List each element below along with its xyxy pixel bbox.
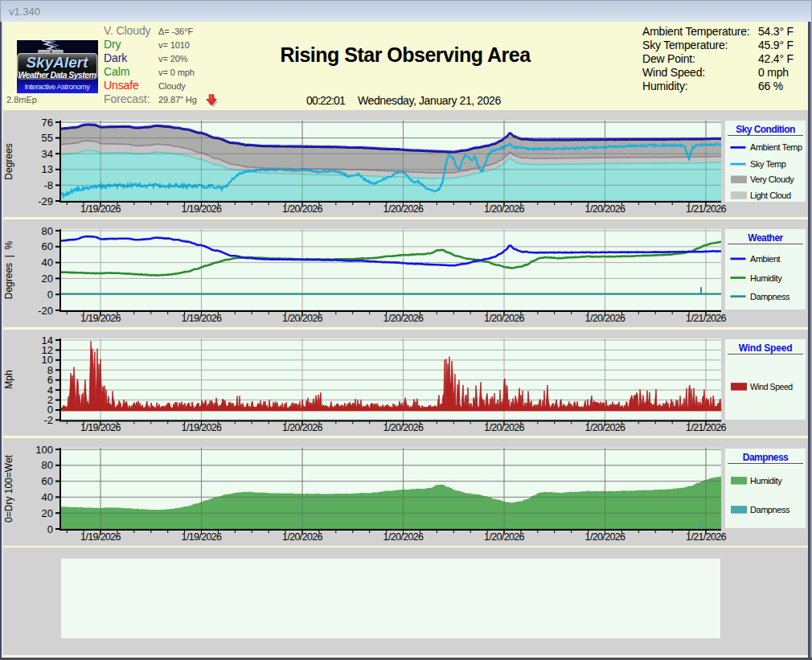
svg-text:Weather Data System: Weather Data System [18, 70, 96, 80]
svg-text:1/19/2026: 1/19/2026 [80, 203, 121, 215]
svg-text:34: 34 [42, 148, 53, 160]
svg-text:1/20/2026: 1/20/2026 [484, 313, 524, 324]
svg-text:1/20/2026: 1/20/2026 [585, 203, 625, 215]
svg-text:1/20/2026: 1/20/2026 [282, 531, 322, 543]
svg-text:Dampness: Dampness [750, 505, 790, 514]
svg-text:55: 55 [42, 132, 53, 144]
svg-text:Interactive Astronomy: Interactive Astronomy [25, 82, 91, 91]
svg-text:20: 20 [42, 507, 53, 519]
svg-text:0: 0 [47, 523, 53, 535]
svg-text:Degrees | %: Degrees | % [3, 240, 14, 299]
svg-text:13: 13 [42, 163, 53, 175]
svg-text:-29: -29 [38, 195, 53, 207]
svg-text:1/20/2026: 1/20/2026 [484, 422, 524, 433]
svg-text:-2: -2 [43, 414, 53, 426]
svg-text:-8: -8 [43, 179, 53, 191]
svg-text:1/20/2026: 1/20/2026 [282, 422, 322, 433]
svg-text:80: 80 [42, 225, 53, 237]
svg-text:1/19/2026: 1/19/2026 [182, 422, 222, 433]
svg-text:1/20/2026: 1/20/2026 [383, 203, 424, 215]
svg-text:Degrees: Degrees [3, 143, 14, 179]
svg-text:Very Cloudy: Very Cloudy [750, 174, 794, 184]
svg-text:Ambient: Ambient [750, 254, 781, 264]
svg-text:1/19/2026: 1/19/2026 [182, 203, 222, 215]
svg-text:Humidity: Humidity [750, 273, 782, 283]
svg-text:Light Cloud: Light Cloud [750, 191, 791, 200]
svg-text:Humidity: Humidity [750, 476, 782, 486]
svg-text:1/20/2026: 1/20/2026 [383, 313, 424, 324]
svg-text:Dampness: Dampness [750, 292, 790, 301]
svg-text:1/20/2026: 1/20/2026 [484, 203, 524, 215]
svg-text:60: 60 [42, 475, 53, 487]
svg-text:1/20/2026: 1/20/2026 [585, 313, 625, 324]
svg-text:SkyAlert: SkyAlert [26, 54, 88, 71]
svg-text:20: 20 [42, 273, 53, 285]
svg-text:Weather: Weather [748, 232, 783, 244]
svg-text:1/20/2026: 1/20/2026 [585, 531, 625, 543]
svg-text:Sky Temp: Sky Temp [750, 159, 786, 169]
svg-text:1/20/2026: 1/20/2026 [383, 422, 424, 433]
svg-text:80: 80 [42, 459, 53, 471]
svg-text:-20: -20 [38, 305, 53, 317]
svg-text:0: 0 [47, 289, 53, 301]
svg-text:1/19/2026: 1/19/2026 [80, 531, 121, 543]
svg-text:1/21/2026: 1/21/2026 [686, 422, 726, 433]
svg-text:1/21/2026: 1/21/2026 [686, 203, 726, 215]
svg-text:1/20/2026: 1/20/2026 [585, 422, 625, 433]
svg-text:1/19/2026: 1/19/2026 [182, 313, 222, 324]
svg-text:1/20/2026: 1/20/2026 [484, 531, 524, 543]
svg-text:1/20/2026: 1/20/2026 [383, 531, 424, 543]
svg-text:1/20/2026: 1/20/2026 [282, 313, 322, 324]
svg-text:Sky Condition: Sky Condition [736, 124, 795, 135]
svg-text:1/19/2026: 1/19/2026 [182, 531, 222, 543]
svg-text:1/19/2026: 1/19/2026 [80, 422, 121, 433]
svg-text:Mph: Mph [3, 370, 14, 388]
svg-text:76: 76 [42, 117, 53, 129]
svg-text:40: 40 [42, 256, 53, 269]
svg-text:1/21/2026: 1/21/2026 [686, 531, 726, 543]
svg-text:1/20/2026: 1/20/2026 [282, 203, 322, 215]
svg-text:0=Dry 100=Wet: 0=Dry 100=Wet [3, 454, 14, 522]
svg-text:Wind Speed: Wind Speed [750, 382, 793, 391]
svg-text:60: 60 [42, 240, 53, 252]
svg-text:100: 100 [35, 444, 53, 456]
svg-text:Wind Speed: Wind Speed [739, 342, 793, 354]
svg-text:40: 40 [42, 491, 53, 503]
svg-text:1/19/2026: 1/19/2026 [80, 313, 121, 324]
svg-text:1/21/2026: 1/21/2026 [686, 313, 726, 324]
svg-text:Ambient Temp: Ambient Temp [750, 142, 802, 152]
svg-text:Dampness: Dampness [743, 452, 789, 463]
